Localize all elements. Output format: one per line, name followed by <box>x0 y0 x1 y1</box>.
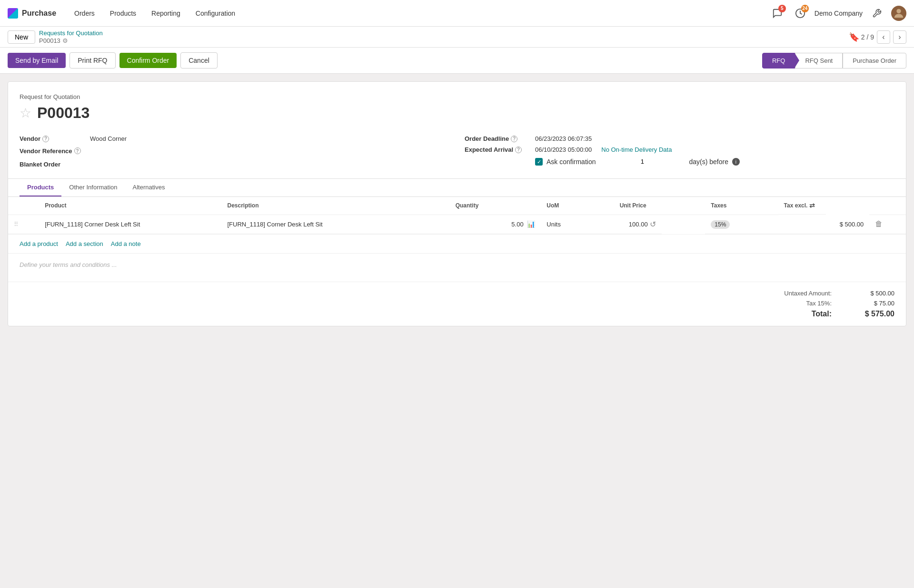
chat-button[interactable]: 5 <box>769 5 786 22</box>
record-id: P00013 <box>39 37 60 44</box>
taxes-cell: 15% <box>705 215 778 234</box>
grand-total-row: Total: $ 575.00 <box>765 310 894 318</box>
col-drag-header <box>8 197 39 215</box>
record-settings-icon[interactable]: ⚙ <box>62 37 68 44</box>
add-note-link[interactable]: Add a note <box>111 240 141 247</box>
desc-cell[interactable]: [FURN_1118] Corner Desk Left Sit <box>221 215 449 234</box>
vendor-help-icon[interactable]: ? <box>42 136 49 142</box>
expected-arrival-value[interactable]: 06/10/2023 05:00:00 <box>535 146 592 153</box>
column-adjust-icon[interactable]: ⇄ <box>809 202 815 209</box>
breadcrumb-sub: P00013 ⚙ <box>39 37 103 44</box>
col-qty-header: Quantity <box>450 197 541 215</box>
pager: 2 / 9 ‹ › <box>861 30 906 44</box>
order-deadline-help-icon[interactable]: ? <box>511 136 517 142</box>
col-price-header: Unit Price <box>614 197 705 215</box>
vendor-ref-label: Vendor Reference ? <box>20 147 86 155</box>
nav-reporting[interactable]: Reporting <box>145 6 187 21</box>
add-section-link[interactable]: Add a section <box>66 240 103 247</box>
app-logo[interactable]: Purchase <box>8 8 56 19</box>
price-cell: 100.00 ↺ <box>614 215 662 234</box>
table-footer: Add a product Add a section Add a note <box>8 234 906 253</box>
order-deadline-label: Order Deadline ? <box>465 135 531 142</box>
clock-badge: 24 <box>801 5 809 12</box>
tax-row: Tax 15%: $ 75.00 <box>765 300 894 307</box>
tab-alternatives[interactable]: Alternatives <box>125 179 173 196</box>
terms-section[interactable]: Define your terms and conditions ... <box>8 253 906 282</box>
blanket-order-input[interactable] <box>90 159 176 169</box>
delete-row-action[interactable]: 🗑 <box>869 215 906 234</box>
breadcrumb-bar: New Requests for Quotation P00013 ⚙ 🔖 2 … <box>0 27 914 48</box>
order-deadline-value[interactable]: 06/23/2023 06:07:35 <box>535 135 592 142</box>
new-button[interactable]: New <box>8 30 35 44</box>
bookmark-icon[interactable]: 🔖 <box>849 32 859 42</box>
add-product-link[interactable]: Add a product <box>20 240 58 247</box>
main-content: Request for Quotation ☆ P00013 Vendor ? … <box>8 81 906 326</box>
vendor-row: Vendor ? Wood Corner <box>20 133 449 144</box>
record-number-title: P00013 <box>37 104 89 122</box>
days-before-label: day(s) before <box>689 158 728 166</box>
ask-confirmation-checkbox[interactable]: ✓ <box>535 158 543 166</box>
record-type-label: Request for Quotation <box>20 93 894 100</box>
user-avatar[interactable] <box>891 6 906 21</box>
tab-other-information[interactable]: Other Information <box>61 179 125 196</box>
col-action-header <box>869 197 906 215</box>
chat-badge: 5 <box>778 5 786 12</box>
qty-cell: 5.00 📊 <box>450 215 541 234</box>
vendor-ref-input[interactable] <box>90 146 176 156</box>
vendor-value[interactable]: Wood Corner <box>90 135 127 142</box>
nav-orders[interactable]: Orders <box>68 6 101 21</box>
breadcrumb-parent-link[interactable]: Requests for Quotation <box>39 29 103 37</box>
nav-products[interactable]: Products <box>103 6 143 21</box>
send-email-button[interactable]: Send by Email <box>8 53 66 68</box>
pager-prev-button[interactable]: ‹ <box>877 30 890 44</box>
app-name: Purchase <box>22 9 56 18</box>
pager-next-button[interactable]: › <box>893 30 906 44</box>
status-pipeline: RFQ RFQ Sent Purchase Order <box>762 53 906 69</box>
price-reset-icon[interactable]: ↺ <box>650 220 656 229</box>
print-rfq-button[interactable]: Print RFQ <box>70 52 115 69</box>
vendor-label: Vendor ? <box>20 135 86 142</box>
total-label: Total: <box>765 310 832 318</box>
uom-cell[interactable]: Units <box>541 215 614 234</box>
status-rfq[interactable]: RFQ <box>762 53 795 69</box>
tax-badge[interactable]: 15% <box>711 220 730 229</box>
col-product-header: Product <box>39 197 221 215</box>
expected-arrival-help-icon[interactable]: ? <box>515 147 522 153</box>
table-row: ⠿ [FURN_1118] Corner Desk Left Sit [FURN… <box>8 215 906 234</box>
tax-label: Tax 15%: <box>765 300 832 307</box>
products-tab-content: Product Description Quantity UoM Unit Pr… <box>8 197 906 253</box>
nav-configuration[interactable]: Configuration <box>189 6 242 21</box>
vendor-ref-row: Vendor Reference ? <box>20 144 449 157</box>
no-delivery-link[interactable]: No On-time Delivery Data <box>601 146 672 153</box>
col-total-header: Tax excl. ⇄ <box>778 197 826 215</box>
logo-icon <box>8 8 18 19</box>
form-header: Request for Quotation ☆ P00013 Vendor ? … <box>8 82 906 178</box>
vendor-ref-help-icon[interactable]: ? <box>74 147 81 154</box>
pager-text: 2 / 9 <box>861 33 874 41</box>
ask-confirmation-info-icon[interactable]: i <box>732 158 740 166</box>
confirm-order-button[interactable]: Confirm Order <box>119 53 177 68</box>
tax-value: $ 75.00 <box>847 300 894 307</box>
status-rfq-sent[interactable]: RFQ Sent <box>795 53 843 69</box>
settings-button[interactable] <box>868 5 885 22</box>
form-fields-right: Order Deadline ? 06/23/2023 06:07:35 Exp… <box>465 133 894 171</box>
nav-menu: Orders Products Reporting Configuration <box>68 6 757 21</box>
ask-confirmation-days-input[interactable] <box>599 157 685 167</box>
totals-section: Untaxed Amount: $ 500.00 Tax 15%: $ 75.0… <box>8 282 906 326</box>
untaxed-value: $ 500.00 <box>847 290 894 297</box>
form-fields-left: Vendor ? Wood Corner Vendor Reference ? … <box>20 133 449 171</box>
products-table: Product Description Quantity UoM Unit Pr… <box>8 197 906 234</box>
qty-chart-icon[interactable]: 📊 <box>527 220 535 228</box>
favorite-star-icon[interactable]: ☆ <box>20 105 31 121</box>
product-cell[interactable]: [FURN_1118] Corner Desk Left Sit <box>39 215 221 234</box>
tab-products[interactable]: Products <box>20 179 61 196</box>
col-uom-header: UoM <box>541 197 614 215</box>
clock-button[interactable]: 24 <box>792 5 809 22</box>
delete-icon[interactable]: 🗑 <box>875 220 883 228</box>
drag-handle[interactable]: ⠿ <box>8 215 39 234</box>
breadcrumb-right: 🔖 2 / 9 ‹ › <box>849 30 906 44</box>
status-purchase-order[interactable]: Purchase Order <box>843 53 906 69</box>
cancel-button[interactable]: Cancel <box>180 52 218 69</box>
untaxed-label: Untaxed Amount: <box>765 290 832 297</box>
order-deadline-row: Order Deadline ? 06/23/2023 06:07:35 <box>465 133 894 144</box>
